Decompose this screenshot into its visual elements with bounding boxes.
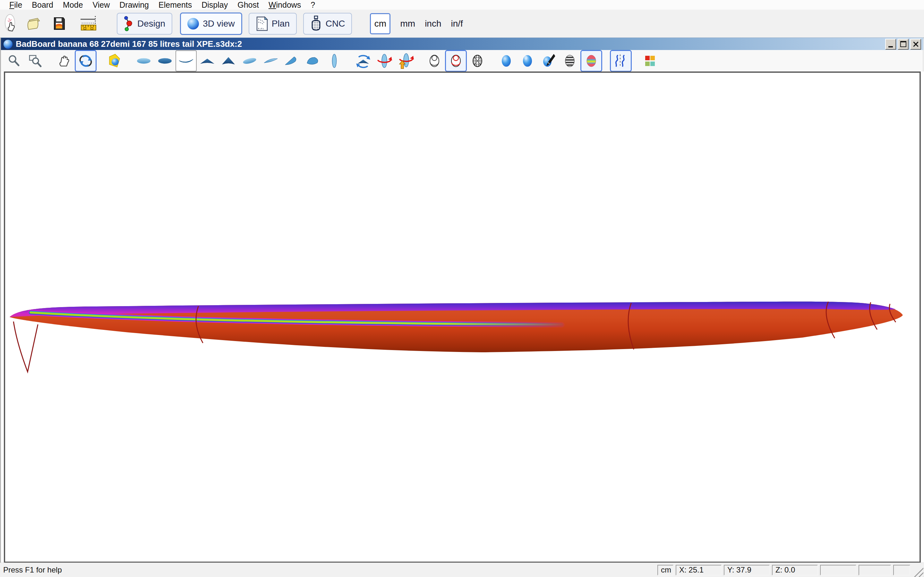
menu-display[interactable]: Display <box>197 0 233 10</box>
unit-inch-button[interactable]: inch <box>425 19 441 29</box>
view-tail-icon[interactable] <box>197 50 218 71</box>
display-solid-smooth-icon[interactable] <box>517 50 538 71</box>
menu-view[interactable]: View <box>88 0 115 10</box>
display-rainbow-icon[interactable] <box>580 50 602 72</box>
maximize-button[interactable] <box>898 39 909 50</box>
surfboard-render <box>5 73 919 562</box>
cnc-mode-button[interactable]: CNC <box>303 13 352 35</box>
design-label: Design <box>137 19 165 29</box>
menu-elements[interactable]: Elements <box>153 0 197 10</box>
status-z-coord: Z: 0.0 <box>772 565 818 575</box>
display-wireframe-red-icon[interactable] <box>445 50 467 72</box>
display-zebra-icon[interactable] <box>559 50 580 71</box>
document-window-edge <box>0 37 1 563</box>
viewport-3d[interactable] <box>4 71 921 563</box>
save-icon[interactable] <box>51 13 67 34</box>
sphere-3d-icon <box>187 18 199 29</box>
menu-file[interactable]: File <box>5 0 27 10</box>
zoom-area-icon[interactable] <box>25 50 46 71</box>
rotate-3d-icon[interactable] <box>75 50 97 72</box>
status-panel-empty-3 <box>893 565 910 575</box>
resize-grip[interactable] <box>913 566 923 577</box>
status-help-text: Press F1 for help <box>3 566 62 574</box>
design-icon <box>124 16 134 32</box>
status-panel-empty-2 <box>859 565 891 575</box>
light-icon[interactable] <box>104 50 126 71</box>
spin-section-icon[interactable] <box>352 50 374 71</box>
view-3d-label: 3D view <box>203 19 235 29</box>
plan-mode-button[interactable]: Plan <box>249 13 297 35</box>
document-titlebar[interactable]: BadBoard banana 68 27demi 167 85 litres … <box>1 37 923 51</box>
menu-help[interactable]: ? <box>306 0 320 10</box>
window-controls <box>885 39 921 50</box>
display-colors-icon[interactable] <box>640 50 661 71</box>
view-toolbar <box>1 50 923 71</box>
design-mode-button[interactable]: Design <box>117 13 172 35</box>
unit-cm-button[interactable]: cm <box>370 13 391 34</box>
view-bottom-icon[interactable] <box>154 50 176 71</box>
menu-board[interactable]: Board <box>27 0 58 10</box>
menu-ghost[interactable]: Ghost <box>233 0 264 10</box>
display-texture-icon[interactable] <box>538 50 559 71</box>
view-side-icon[interactable] <box>176 50 197 71</box>
unit-selector: cm mm inch in/f <box>370 13 463 34</box>
minimize-icon <box>888 46 893 47</box>
pan-icon[interactable] <box>53 50 75 71</box>
view-nose-icon[interactable] <box>218 50 239 71</box>
close-button[interactable] <box>910 39 921 50</box>
view-top-icon[interactable] <box>133 50 154 71</box>
document-title: BadBoard banana 68 27demi 167 85 litres … <box>16 39 242 49</box>
maximize-icon <box>900 41 906 47</box>
menu-drawing[interactable]: Drawing <box>115 0 153 10</box>
main-toolbar: Design 3D view Plan <box>0 10 924 38</box>
status-panel-empty-1 <box>820 565 856 575</box>
display-solid-icon[interactable] <box>496 50 517 71</box>
display-curvature-icon[interactable] <box>610 50 632 72</box>
view-perspective-3-icon[interactable] <box>281 50 302 71</box>
view-outline-icon[interactable] <box>324 50 345 71</box>
view-3d-mode-button[interactable]: 3D view <box>180 13 242 35</box>
menu-mode[interactable]: Mode <box>58 0 88 10</box>
cnc-icon <box>310 15 322 32</box>
shape3d-app: File Board Mode View Drawing Elements Di… <box>0 0 924 577</box>
document-icon <box>3 40 13 49</box>
view-perspective-2-icon[interactable] <box>260 50 281 71</box>
dimensions-icon[interactable] <box>79 13 100 34</box>
zoom-icon[interactable] <box>3 50 25 71</box>
menu-bar: File Board Mode View Drawing Elements Di… <box>0 0 924 10</box>
open-file-icon[interactable] <box>26 13 43 34</box>
close-icon <box>913 41 919 47</box>
new-board-wizard-icon[interactable] <box>3 13 19 34</box>
spin-outline-icon[interactable] <box>374 50 395 71</box>
plan-label: Plan <box>272 19 290 29</box>
cnc-label: CNC <box>326 19 345 29</box>
display-wireframe-icon[interactable] <box>424 50 445 71</box>
status-x-coord: X: 25.1 <box>676 565 722 575</box>
view-perspective-4-icon[interactable] <box>302 50 324 71</box>
status-y-coord: Y: 37.9 <box>724 565 770 575</box>
view-perspective-1-icon[interactable] <box>239 50 260 71</box>
fin-outline <box>13 322 38 372</box>
status-unit: cm <box>657 565 674 575</box>
minimize-button[interactable] <box>885 39 896 50</box>
unit-mm-button[interactable]: mm <box>400 19 415 29</box>
flip-board-icon[interactable] <box>395 50 416 71</box>
status-bar: Press F1 for help cm X: 25.1 Y: 37.9 Z: … <box>0 562 924 577</box>
menu-windows[interactable]: Windows <box>264 0 306 10</box>
plan-icon <box>256 16 268 32</box>
unit-inf-button[interactable]: in/f <box>451 19 463 29</box>
display-mesh-icon[interactable] <box>467 50 488 71</box>
